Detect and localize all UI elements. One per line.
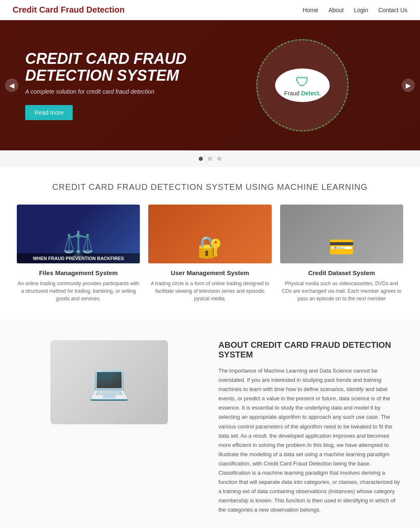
card1-image: ⚖️ WHEN FRAUD PREVENTION BACKFIRES [17, 205, 140, 263]
nav-about[interactable]: About [328, 7, 344, 13]
shield-icon: 🛡 [296, 74, 309, 90]
nav: Home About Login Contact Us [303, 7, 407, 13]
features-section: CREDIT CARD FRAUD DETECTION SYSTEM USING… [0, 167, 420, 319]
hero-right: 🛡 Fraud Detect. [210, 39, 395, 131]
header: Credit Card Fraud Detection Home About L… [0, 0, 420, 20]
card3-image: 💳 [280, 205, 403, 263]
about-title: ABOUT CREDIT CARD FRAUD DETECTION SYSTEM [218, 340, 403, 360]
carousel-dot-2[interactable] [208, 157, 212, 161]
card1-title: Files Management System [17, 269, 140, 276]
hero-circle: 🛡 Fraud Detect. [256, 39, 349, 131]
card1-desc: An online trading community provides par… [17, 280, 140, 302]
hero-arrow-right[interactable]: ▶ [402, 79, 415, 92]
card2-title: User Management System [148, 269, 271, 276]
about-image: 💻 [17, 340, 202, 424]
logo: Credit Card Fraud Detection [13, 5, 125, 15]
nav-home[interactable]: Home [303, 7, 318, 13]
card2-image: 🔐 [148, 205, 271, 263]
carousel-dot-3[interactable] [217, 157, 221, 161]
features-title: CREDIT CARD FRAUD DETECTION SYSTEM USING… [0, 167, 420, 200]
fraud-detect-logo: 🛡 Fraud Detect. [275, 68, 330, 102]
card-user-management: 🔐 User Management System A trading circl… [148, 205, 271, 302]
card3-title: Credit Dataset System [280, 269, 403, 276]
about-section: 💻 ABOUT CREDIT CARD FRAUD DETECTION SYST… [0, 319, 420, 528]
right-arrow-icon[interactable]: ▶ [402, 79, 415, 92]
card1-img-label: WHEN FRAUD PREVENTION BACKFIRES [17, 253, 140, 263]
hero-section: ◀ CREDIT CARD FRAUD DETECTION SYSTEM A c… [0, 20, 420, 150]
nav-login[interactable]: Login [354, 7, 368, 13]
hero-left: CREDIT CARD FRAUD DETECTION SYSTEM A com… [25, 50, 210, 120]
left-arrow-icon[interactable]: ◀ [5, 79, 18, 92]
about-body: The importance of Machine Learning and D… [218, 366, 403, 515]
hero-subtitle: A complete solution for credit card frau… [25, 88, 210, 95]
hero-title: CREDIT CARD FRAUD DETECTION SYSTEM [25, 50, 210, 84]
card3-art-icon: 💳 [324, 231, 359, 263]
nav-contact[interactable]: Contact Us [378, 7, 407, 13]
card-files-management: ⚖️ WHEN FRAUD PREVENTION BACKFIRES Files… [17, 205, 140, 302]
about-text: ABOUT CREDIT CARD FRAUD DETECTION SYSTEM… [218, 340, 403, 515]
carousel-dot-1[interactable] [199, 157, 203, 161]
card2-art-icon: 🔐 [193, 231, 227, 263]
hero-arrow-left[interactable]: ◀ [5, 79, 18, 92]
card-credit-dataset: 💳 Credit Dataset System Physical media s… [280, 205, 403, 302]
cards-row: ⚖️ WHEN FRAUD PREVENTION BACKFIRES Files… [0, 200, 420, 319]
carousel-dots [0, 150, 420, 167]
laptop-illustration: 💻 [50, 340, 168, 424]
fraud-detect-label: Fraud Detect. [284, 90, 320, 97]
card2-desc: A trading circle is a form of online tra… [148, 280, 271, 302]
card3-desc: Physical media such as videocassettes, D… [280, 280, 403, 302]
read-more-button[interactable]: Read more [25, 105, 73, 120]
